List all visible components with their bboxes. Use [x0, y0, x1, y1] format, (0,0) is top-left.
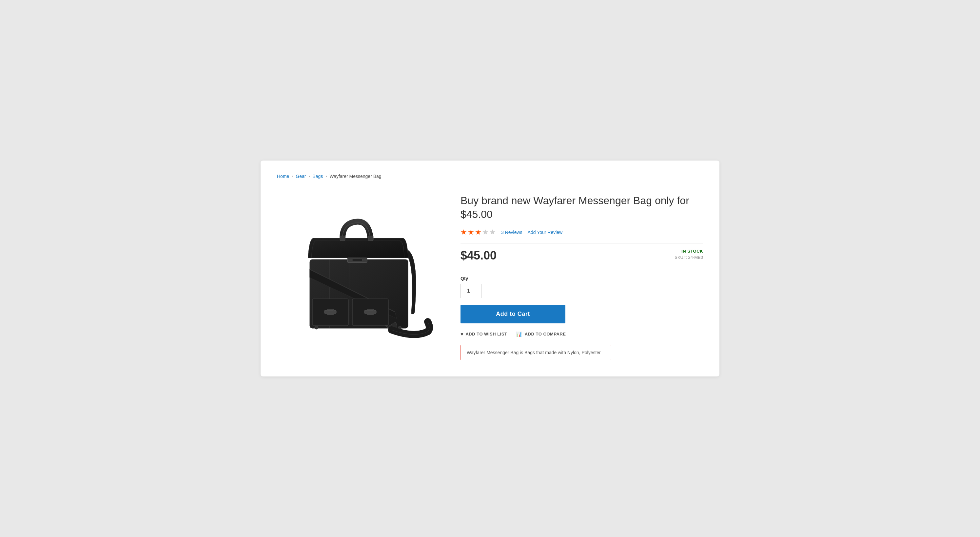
svg-rect-9 — [340, 236, 345, 240]
add-to-cart-button[interactable]: Add to Cart — [460, 305, 565, 323]
breadcrumb-sep-1: › — [292, 174, 293, 179]
stock-info: IN STOCK SKU#: 24-MB0 — [675, 249, 703, 260]
in-stock-badge: IN STOCK — [675, 249, 703, 254]
star-2: ★ — [468, 228, 474, 237]
product-description: Wayfarer Messenger Bag is Bags that made… — [460, 345, 611, 360]
product-image-section — [277, 191, 441, 348]
svg-point-13 — [315, 326, 318, 329]
product-layout: Buy brand new Wayfarer Messenger Bag onl… — [277, 191, 703, 360]
heart-icon: ♥ — [460, 331, 463, 337]
reviews-link[interactable]: 3 Reviews — [501, 230, 522, 235]
bag-svg — [283, 194, 434, 345]
svg-rect-7 — [364, 310, 376, 313]
breadcrumb-home[interactable]: Home — [277, 174, 289, 179]
star-4: ★ — [482, 228, 489, 237]
sku: SKU#: 24-MB0 — [675, 255, 703, 260]
breadcrumb-sep-2: › — [309, 174, 310, 179]
product-card: Home › Gear › Bags › Wayfarer Messenger … — [261, 160, 719, 376]
product-price: $45.00 — [460, 249, 496, 262]
product-title: Buy brand new Wayfarer Messenger Bag onl… — [460, 194, 703, 221]
svg-rect-10 — [368, 236, 373, 240]
add-review-link[interactable]: Add Your Review — [528, 230, 563, 235]
star-3: ★ — [475, 228, 482, 237]
breadcrumb-current: Wayfarer Messenger Bag — [329, 174, 381, 179]
svg-rect-12 — [352, 259, 362, 261]
add-to-wishlist-button[interactable]: ♥ ADD TO WISH LIST — [460, 331, 507, 337]
svg-rect-4 — [325, 310, 336, 313]
breadcrumb-sep-3: › — [326, 174, 327, 179]
qty-label: Qty — [460, 276, 703, 281]
breadcrumb: Home › Gear › Bags › Wayfarer Messenger … — [277, 174, 703, 179]
compare-icon: 📊 — [516, 331, 523, 337]
product-image — [280, 191, 438, 348]
product-info: Buy brand new Wayfarer Messenger Bag onl… — [460, 191, 703, 360]
star-rating: ★ ★ ★ ★ ★ — [460, 228, 496, 237]
breadcrumb-gear[interactable]: Gear — [296, 174, 306, 179]
star-1: ★ — [460, 228, 467, 237]
secondary-actions: ♥ ADD TO WISH LIST 📊 ADD TO COMPARE — [460, 331, 703, 337]
rating-row: ★ ★ ★ ★ ★ 3 Reviews Add Your Review — [460, 228, 703, 237]
add-to-compare-button[interactable]: 📊 ADD TO COMPARE — [516, 331, 566, 337]
star-5: ★ — [489, 228, 496, 237]
qty-input[interactable] — [460, 284, 482, 298]
breadcrumb-bags[interactable]: Bags — [312, 174, 323, 179]
price-stock-row: $45.00 IN STOCK SKU#: 24-MB0 — [460, 243, 703, 268]
